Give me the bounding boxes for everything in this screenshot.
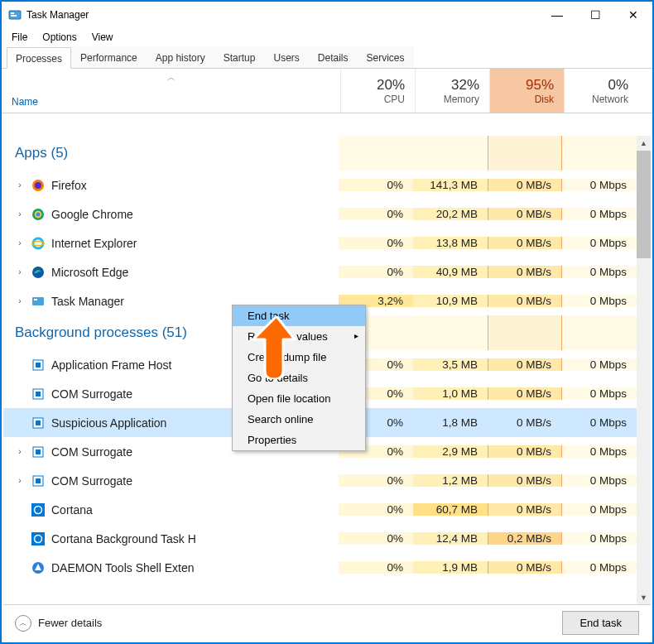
context-end-task[interactable]: End task bbox=[233, 305, 365, 326]
chevron-right-icon[interactable]: › bbox=[15, 180, 25, 190]
process-row-firefox[interactable]: ›Firefox 0% 141,3 MB 0 MB/s 0 Mbps bbox=[3, 171, 651, 199]
context-go-details[interactable]: Go to details bbox=[233, 368, 365, 388]
context-create-dump[interactable]: Create dump file bbox=[233, 347, 365, 368]
process-row-ie[interactable]: ›Internet Explorer 0%13,8 MB0 MB/s0 Mbps bbox=[3, 228, 651, 257]
network-percent: 0% bbox=[608, 77, 628, 94]
process-name: Cortana bbox=[51, 503, 93, 517]
generic-app-icon bbox=[31, 387, 45, 401]
chevron-right-icon: ▸ bbox=[354, 331, 358, 340]
task-manager-icon bbox=[8, 8, 22, 22]
svg-rect-20 bbox=[36, 449, 41, 454]
svg-point-7 bbox=[36, 212, 41, 216]
process-name: Cortana Background Task H bbox=[51, 532, 196, 545]
scroll-thumb[interactable] bbox=[637, 151, 651, 258]
process-row-chrome[interactable]: ›Google Chrome 0%20,2 MB0 MB/s0 Mbps bbox=[3, 199, 651, 228]
tab-details[interactable]: Details bbox=[309, 46, 358, 68]
scroll-down-icon[interactable]: ▼ bbox=[637, 590, 651, 604]
window-title: Task Manager bbox=[26, 9, 89, 21]
process-name: COM Surrogate bbox=[51, 387, 132, 401]
menu-view[interactable]: View bbox=[87, 30, 118, 45]
tab-services[interactable]: Services bbox=[358, 46, 414, 68]
process-name: Suspicious Application bbox=[51, 416, 166, 430]
menu-file[interactable]: File bbox=[7, 30, 32, 45]
process-name: COM Surrogate bbox=[51, 445, 132, 459]
network-label: Network bbox=[592, 94, 628, 105]
chrome-icon bbox=[31, 208, 45, 221]
column-memory[interactable]: 32% Memory bbox=[415, 69, 489, 113]
column-network[interactable]: 0% Network bbox=[564, 69, 638, 113]
context-resource-values[interactable]: Resource values▸ bbox=[233, 326, 365, 347]
chevron-right-icon[interactable]: › bbox=[15, 447, 25, 456]
tab-users[interactable]: Users bbox=[264, 46, 308, 68]
process-name: Internet Explorer bbox=[51, 237, 137, 250]
group-apps[interactable]: Apps (5) bbox=[3, 136, 651, 171]
column-cpu[interactable]: 20% CPU bbox=[340, 69, 415, 113]
disk-cell: 0 MB/s bbox=[488, 179, 562, 191]
cortana-icon bbox=[31, 503, 45, 517]
menu-options[interactable]: Options bbox=[37, 30, 81, 45]
column-name[interactable]: ︿ Name bbox=[2, 69, 340, 113]
disk-percent: 95% bbox=[526, 77, 554, 94]
chevron-right-icon[interactable]: › bbox=[15, 476, 25, 485]
chevron-right-icon[interactable]: › bbox=[15, 209, 25, 219]
process-name: Microsoft Edge bbox=[51, 266, 128, 279]
maximize-button[interactable]: ☐ bbox=[576, 2, 614, 28]
process-name: COM Surrogate bbox=[51, 474, 132, 488]
context-properties[interactable]: Properties bbox=[233, 430, 365, 450]
context-menu: End task Resource values▸ Create dump fi… bbox=[232, 305, 366, 451]
firefox-icon bbox=[31, 179, 45, 192]
generic-app-icon bbox=[31, 445, 45, 459]
end-task-button[interactable]: End task bbox=[562, 611, 639, 635]
minimize-button[interactable]: — bbox=[538, 2, 576, 28]
svg-rect-1 bbox=[11, 12, 14, 14]
scroll-up-icon[interactable]: ▲ bbox=[637, 136, 651, 150]
svg-rect-14 bbox=[36, 363, 41, 368]
generic-app-icon bbox=[31, 416, 45, 430]
process-row-com3[interactable]: ›COM Surrogate 0%1,2 MB0 MB/s0 Mbps bbox=[3, 466, 651, 495]
group-apps-label: Apps (5) bbox=[3, 136, 339, 171]
fewer-details-toggle[interactable]: ︿ Fewer details bbox=[15, 615, 102, 632]
process-row-daemon[interactable]: ›DAEMON Tools Shell Exten 0%1,9 MB0 MB/s… bbox=[3, 553, 651, 582]
memory-percent: 32% bbox=[451, 77, 479, 94]
context-search-online[interactable]: Search online bbox=[233, 409, 365, 430]
generic-app-icon bbox=[31, 358, 45, 372]
tab-performance[interactable]: Performance bbox=[71, 46, 147, 68]
cpu-percent: 20% bbox=[377, 77, 405, 94]
svg-point-4 bbox=[35, 182, 41, 189]
memory-cell: 141,3 MB bbox=[413, 179, 488, 191]
footer: ︿ Fewer details End task bbox=[3, 604, 651, 641]
process-row-cortana-bg[interactable]: ›Cortana Background Task H 0%12,4 MB0,2 … bbox=[3, 524, 651, 553]
process-name: Google Chrome bbox=[51, 208, 133, 221]
menu-bar: File Options View bbox=[2, 28, 652, 46]
network-cell: 0 Mbps bbox=[562, 179, 637, 191]
process-row-cortana[interactable]: ›Cortana 0%60,7 MB0 MB/s0 Mbps bbox=[3, 495, 651, 524]
process-row-edge[interactable]: ›Microsoft Edge 0%40,9 MB0 MB/s0 Mbps bbox=[3, 257, 651, 286]
scrollbar[interactable]: ▲ ▼ bbox=[637, 136, 651, 604]
chevron-right-icon[interactable]: › bbox=[15, 267, 25, 276]
ie-icon bbox=[31, 237, 45, 250]
svg-rect-22 bbox=[36, 478, 41, 483]
column-disk[interactable]: 95% Disk bbox=[489, 69, 564, 113]
process-name: Task Manager bbox=[51, 295, 124, 308]
chevron-right-icon[interactable]: › bbox=[15, 296, 25, 305]
process-name: Application Frame Host bbox=[51, 358, 172, 372]
daemon-tools-icon bbox=[31, 561, 45, 574]
memory-label: Memory bbox=[444, 94, 479, 105]
tab-app-history[interactable]: App history bbox=[147, 46, 214, 68]
svg-rect-16 bbox=[36, 392, 41, 396]
context-open-location[interactable]: Open file location bbox=[233, 388, 365, 409]
column-headers: ︿ Name 20% CPU 32% Memory 95% Disk 0% Ne… bbox=[2, 69, 652, 113]
svg-rect-2 bbox=[11, 15, 17, 17]
close-button[interactable]: ✕ bbox=[614, 2, 652, 28]
tab-strip: Processes Performance App history Startu… bbox=[2, 46, 652, 69]
generic-app-icon bbox=[31, 474, 45, 488]
chevron-right-icon[interactable]: › bbox=[15, 238, 25, 248]
task-manager-icon bbox=[31, 295, 45, 308]
svg-rect-12 bbox=[34, 299, 37, 300]
svg-point-10 bbox=[32, 267, 44, 278]
tab-processes[interactable]: Processes bbox=[7, 47, 71, 69]
edge-icon bbox=[31, 266, 45, 279]
tab-startup[interactable]: Startup bbox=[214, 46, 265, 68]
svg-rect-18 bbox=[36, 421, 41, 425]
cpu-label: CPU bbox=[384, 94, 405, 105]
